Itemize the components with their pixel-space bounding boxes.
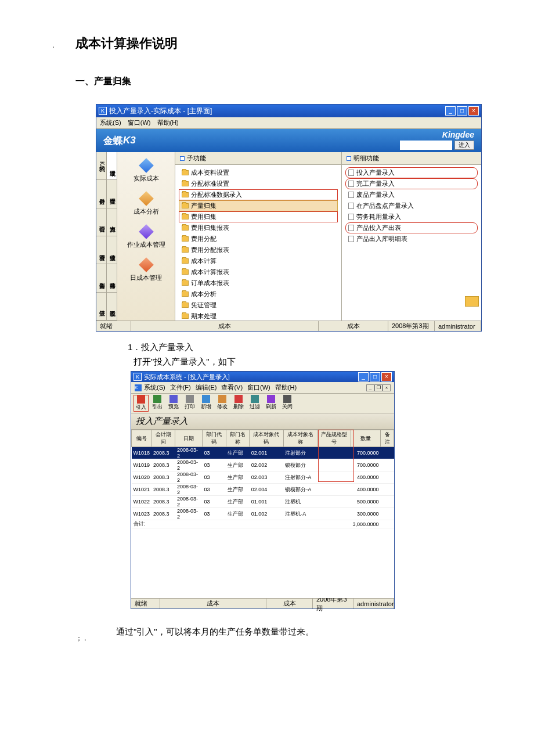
vertical-tab[interactable]: 财务会计 (96, 180, 106, 208)
grid-row[interactable]: W10222008.32008-03-203生产部01.001注塑机500.00… (132, 496, 394, 508)
column-header[interactable]: 会计期间 (151, 430, 175, 447)
close-button[interactable]: × (381, 372, 392, 381)
column-header[interactable]: 编号 (132, 430, 152, 447)
tree-item[interactable]: 费用分配 (179, 233, 338, 244)
menu-view[interactable]: 查看(V) (221, 383, 243, 392)
detail-item[interactable]: 投入产量录入 (345, 167, 478, 178)
toolbar-button-打印[interactable]: 打印 (182, 395, 197, 412)
maximize-button[interactable]: □ (457, 106, 467, 116)
tree-item[interactable]: 成本资料设置 (179, 167, 338, 178)
menu-system[interactable]: 系统(S) (144, 383, 165, 392)
grid-row[interactable]: W10182008.32008-03-203生产部02.001注射部分700.0… (132, 447, 394, 459)
toolbar-button-引入[interactable]: 引入 (134, 395, 149, 412)
tree-item[interactable]: 费用分配报表 (179, 244, 338, 255)
column-header[interactable]: 部门代码 (203, 430, 226, 447)
menu-help[interactable]: 帮助(H) (157, 119, 179, 126)
column-header[interactable]: 备注 (381, 430, 394, 447)
detail-item[interactable]: 废品产量录入 (345, 189, 478, 200)
tree-item[interactable]: 期末处理 (179, 311, 338, 322)
vertical-tab[interactable]: 资金管理 (96, 236, 106, 264)
toolbar-button-删除[interactable]: 删除 (231, 395, 246, 412)
minimize-button[interactable]: _ (358, 372, 369, 381)
menu-edit[interactable]: 编辑(E) (196, 383, 217, 392)
toolbar-button-新增[interactable]: 新增 (199, 395, 214, 412)
tree-item[interactable]: 成本计算报表 (179, 267, 338, 278)
vertical-tab[interactable]: 企业绩效 (107, 236, 117, 264)
search-input[interactable] (400, 141, 452, 150)
vertical-tab[interactable]: 移动商务 (107, 264, 117, 292)
maximize-button[interactable]: □ (370, 372, 380, 381)
vertical-tab[interactable]: 人力资源 (107, 208, 117, 236)
tree-label: 凭证管理 (191, 301, 217, 309)
toolbar-button-引出[interactable]: 引出 (150, 395, 165, 412)
menu-system[interactable]: 系统(S) (100, 119, 121, 126)
nav-item[interactable]: 实际成本 (117, 156, 175, 189)
tree-item[interactable]: 凭证管理 (179, 300, 338, 311)
tree-item[interactable]: 产量归集 (179, 200, 338, 211)
footer-mark: ； . (75, 633, 86, 643)
vertical-tab[interactable]: 供应链 (96, 293, 106, 321)
tree-item[interactable]: 订单成本报表 (179, 278, 338, 289)
column-header[interactable]: 日期 (175, 430, 203, 447)
tree-item[interactable]: 费用归集报表 (179, 222, 338, 233)
status-cost2: 成本 (266, 599, 313, 609)
window-controls: _ □ × (358, 372, 392, 381)
grid-row[interactable]: W10212008.32008-03-203生产部02.004锁模部分-A400… (132, 484, 394, 496)
status-cost1: 成本 (131, 321, 319, 331)
column-header[interactable]: 数量 (351, 430, 381, 447)
menu-file[interactable]: 文件(F) (170, 383, 191, 392)
mdi-restore[interactable]: ❐ (374, 384, 383, 391)
vertical-tab[interactable]: 系统设置 (107, 293, 117, 321)
status-ready: 就绪 (131, 599, 160, 609)
vertical-tab[interactable]: 集团合并 (96, 264, 106, 292)
detail-item[interactable]: 劳务耗用量录入 (345, 211, 478, 222)
grid-row[interactable]: W10192008.32008-03-203生产部02.002锁模部分700.0… (132, 459, 394, 471)
tree-label: 费用归集 (191, 213, 217, 221)
column-header[interactable]: 产品规格型号 (317, 430, 351, 447)
nav-item[interactable]: 作业成本管理 (117, 222, 175, 255)
toolbar-button-关闭[interactable]: 关闭 (280, 395, 295, 412)
detail-item[interactable]: 产品出入库明细表 (345, 233, 478, 244)
vertical-tab[interactable]: 管理会计 (96, 208, 106, 236)
toolbar-button-修改[interactable]: 修改 (215, 395, 230, 412)
folder-shortcut-icon[interactable] (465, 296, 479, 307)
data-grid[interactable]: 编号会计期间日期部门代码部门名称成本对象代码成本对象名称产品规格型号数量备注 W… (131, 430, 394, 528)
mdi-close[interactable]: × (383, 384, 391, 391)
vertical-tab[interactable]: 成本管理 (107, 152, 117, 180)
menu-window[interactable]: 窗口(W) (128, 119, 151, 126)
toolbar: 引入引出预览打印新增修改删除过滤刷新关闭 (131, 394, 394, 413)
nav-item[interactable]: 成本分析 (117, 189, 175, 222)
vertical-tab[interactable]: 我的K/3 (96, 152, 106, 180)
app-icon-small: K (135, 384, 142, 391)
grid-row[interactable]: W10202008.32008-03-203生产部02.003注射部分-A400… (132, 471, 394, 484)
detail-item[interactable]: 在产品盘点产量录入 (345, 200, 478, 211)
tree-item[interactable]: 分配标准设置 (179, 178, 338, 189)
grid-row[interactable]: W10232008.32008-03-203生产部01.002注塑机-A300.… (132, 508, 394, 520)
enter-button[interactable]: 进入 (454, 141, 474, 150)
vertical-tab[interactable]: 生产管理 (107, 180, 117, 208)
tree-item[interactable]: 费用归集 (179, 211, 338, 222)
square-icon (180, 156, 185, 161)
minimize-button[interactable]: _ (445, 106, 456, 116)
status-user: administrator (353, 599, 394, 609)
tree-item[interactable]: 分配标准数据录入 (179, 189, 338, 200)
toolbar-button-预览[interactable]: 预览 (166, 395, 181, 412)
toolbar-button-过滤[interactable]: 过滤 (247, 395, 262, 412)
column-header[interactable]: 部门名称 (226, 430, 250, 447)
column-header[interactable]: 成本对象代码 (250, 430, 284, 447)
detail-item[interactable]: 完工产量录入 (345, 178, 478, 189)
toolbar-label: 修改 (217, 403, 228, 411)
column-header[interactable]: 成本对象名称 (283, 430, 317, 447)
mdi-minimize[interactable]: _ (366, 384, 374, 391)
menu-help[interactable]: 帮助(H) (275, 383, 297, 392)
tree-label: 订单成本报表 (191, 279, 229, 287)
toolbar-button-刷新[interactable]: 刷新 (264, 395, 279, 412)
toolbar-label: 引出 (152, 403, 163, 411)
close-button[interactable]: × (468, 106, 479, 116)
detail-item[interactable]: 产品投入产出表 (345, 222, 478, 233)
nav-item[interactable]: 日成本管理 (117, 255, 175, 288)
tree-item[interactable]: 成本分析 (179, 289, 338, 300)
tree-item[interactable]: 成本计算 (179, 255, 338, 267)
menu-window[interactable]: 窗口(W) (247, 383, 270, 392)
toolbar-icon (169, 395, 178, 403)
